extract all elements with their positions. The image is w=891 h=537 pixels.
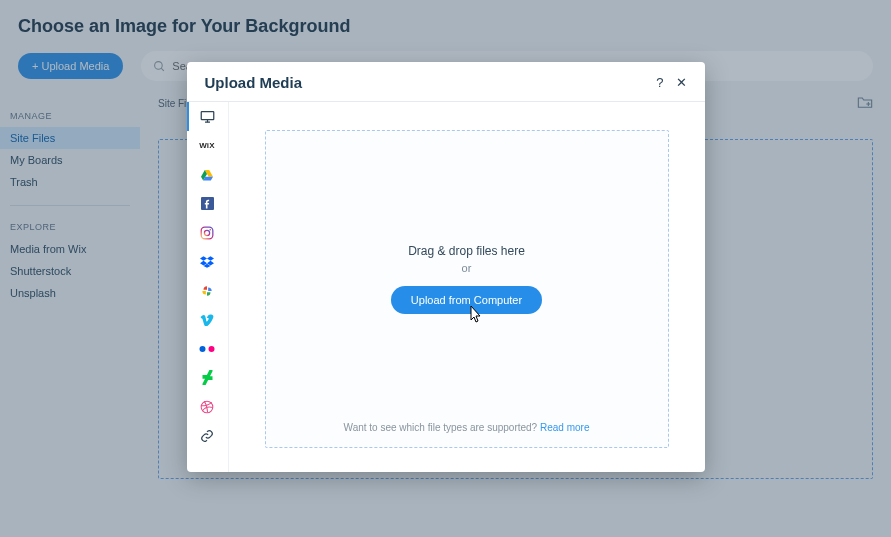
google-drive-icon [200, 169, 214, 181]
svg-point-19 [200, 346, 206, 352]
monitor-icon [200, 110, 215, 123]
vimeo-icon [200, 314, 214, 326]
svg-marker-15 [207, 256, 214, 261]
source-dropbox[interactable] [187, 247, 229, 276]
source-rail: WiX [187, 102, 229, 472]
source-computer[interactable] [187, 102, 229, 131]
drop-box[interactable]: Drag & drop files here or Upload from Co… [265, 130, 669, 448]
source-link[interactable] [187, 421, 229, 450]
source-deviantart[interactable] [187, 363, 229, 392]
google-photos-icon [200, 284, 214, 298]
dropbox-icon [200, 256, 214, 268]
source-vimeo[interactable] [187, 305, 229, 334]
read-more-link[interactable]: Read more [540, 422, 589, 433]
instagram-icon [200, 226, 214, 240]
source-wix[interactable]: WiX [187, 131, 229, 160]
upload-from-computer-button[interactable]: Upload from Computer [391, 286, 542, 314]
svg-point-13 [210, 229, 211, 230]
source-instagram[interactable] [187, 218, 229, 247]
support-text: Want to see which file types are support… [344, 422, 590, 433]
svg-rect-4 [201, 112, 214, 120]
svg-point-12 [204, 230, 209, 235]
deviantart-icon [202, 370, 213, 385]
svg-marker-14 [200, 256, 207, 261]
modal-title: Upload Media [205, 74, 303, 91]
svg-rect-11 [201, 227, 213, 239]
source-flickr[interactable] [187, 334, 229, 363]
facebook-icon [201, 197, 214, 210]
upload-media-modal: Upload Media ? ✕ WiX [187, 62, 705, 472]
help-icon[interactable]: ? [656, 75, 663, 90]
or-text: or [462, 262, 472, 274]
svg-point-20 [209, 346, 215, 352]
drag-drop-text: Drag & drop files here [408, 244, 525, 258]
source-facebook[interactable] [187, 189, 229, 218]
dribbble-icon [200, 400, 214, 414]
modal-header: Upload Media ? ✕ [187, 62, 705, 101]
source-google-photos[interactable] [187, 276, 229, 305]
source-google-drive[interactable] [187, 160, 229, 189]
wix-logo-text: WiX [199, 141, 215, 150]
modal-overlay: Upload Media ? ✕ WiX [0, 0, 891, 537]
source-dribbble[interactable] [187, 392, 229, 421]
drop-area: Drag & drop files here or Upload from Co… [229, 102, 705, 472]
link-icon [200, 429, 214, 443]
flickr-icon [199, 345, 215, 353]
close-icon[interactable]: ✕ [676, 75, 687, 90]
